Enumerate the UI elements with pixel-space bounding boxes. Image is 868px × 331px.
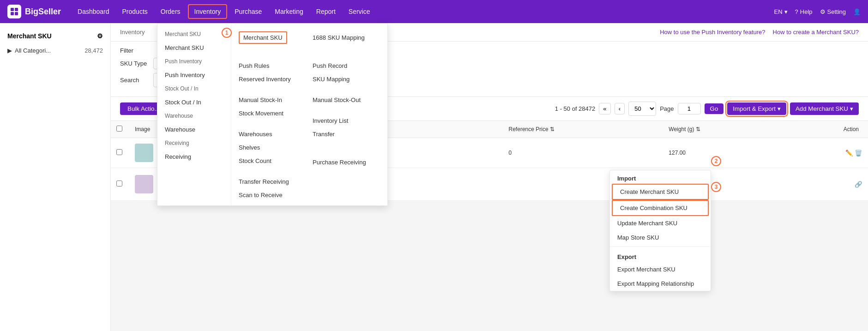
stock-out-in-section-label: Stock Out / In bbox=[157, 82, 231, 96]
stock-count-item[interactable]: Stock Count bbox=[239, 154, 298, 168]
purchase-receiving-item[interactable]: Purchase Receiving bbox=[313, 156, 372, 169]
gear-icon[interactable]: ⚙ bbox=[97, 32, 103, 40]
nav-service[interactable]: Service bbox=[343, 5, 376, 18]
manual-stock-in-item[interactable]: Manual Stock-In bbox=[239, 93, 298, 107]
svg-rect-3 bbox=[15, 12, 18, 15]
toolbar-right: 1 - 50 of 28472 « ‹ 50 Page Go Import & … bbox=[555, 102, 859, 116]
dropdown-receiving[interactable]: Receiving bbox=[157, 150, 231, 163]
nav-report[interactable]: Report bbox=[311, 5, 341, 18]
nav-inventory[interactable]: Inventory bbox=[188, 4, 228, 19]
first-page-button[interactable]: « bbox=[599, 103, 610, 114]
page-input[interactable] bbox=[678, 103, 701, 114]
dropdown-stock-out-in[interactable]: Stock Out / In bbox=[157, 96, 231, 109]
sort-icon[interactable]: ⇅ bbox=[550, 126, 555, 132]
dropdown-warehouse[interactable]: Warehouse bbox=[157, 123, 231, 136]
dropdown-push-inventory[interactable]: Push Inventory bbox=[157, 68, 231, 82]
delete-button[interactable]: 🗑️ bbox=[855, 150, 862, 156]
user-avatar[interactable]: 👤 bbox=[853, 8, 861, 15]
sort-icon-2[interactable]: ⇅ bbox=[696, 126, 700, 132]
receiving-section-label: Receiving bbox=[157, 136, 231, 150]
go-button[interactable]: Go bbox=[705, 103, 724, 114]
sku-mapping-item[interactable]: SKU Mapping bbox=[313, 72, 372, 86]
chevron-down-icon: ▾ bbox=[778, 105, 781, 112]
row-checkbox-2[interactable] bbox=[116, 181, 122, 187]
sku-type-label: SKU Type bbox=[120, 60, 148, 67]
import-export-button[interactable]: Import & Export ▾ bbox=[727, 102, 786, 115]
export-mapping-relationship-item[interactable]: Export Mapping Relationship bbox=[610, 277, 711, 291]
add-merchant-sku-button[interactable]: Add Merchant SKU ▾ bbox=[790, 102, 859, 115]
col-checkbox bbox=[111, 121, 129, 138]
person-icon: 👤 bbox=[853, 8, 861, 15]
row-checkbox[interactable] bbox=[116, 149, 122, 155]
dropdown-merchant-sku[interactable]: Merchant SKU bbox=[157, 41, 231, 54]
link-button[interactable]: 🔗 bbox=[855, 181, 862, 188]
shelves-item[interactable]: Shelves bbox=[239, 141, 298, 154]
nav-items: Dashboard Products Orders Inventory Purc… bbox=[72, 4, 774, 19]
col-weight: Weight (g) ⇅ bbox=[663, 121, 783, 138]
brand-name: BigSeller bbox=[25, 7, 61, 17]
manual-stock-out-item[interactable]: Manual Stock-Out bbox=[313, 93, 372, 107]
dropdown-right-content: Merchant SKU Push Rules Reserved Invento… bbox=[231, 24, 379, 205]
create-combination-sku-item[interactable]: Create Combination SKU bbox=[612, 200, 709, 216]
annotation-badge-1: 1 bbox=[222, 28, 232, 38]
export-section-label: Export bbox=[610, 249, 711, 262]
row-action-cell: ✏️ 🗑️ bbox=[783, 138, 868, 168]
sku-mapping-1688-item[interactable]: 1688 SKU Mapping bbox=[313, 31, 372, 44]
arrow-right-icon: ▶ bbox=[7, 47, 12, 54]
inventory-dropdown: Merchant SKU Merchant SKU Push Inventory… bbox=[157, 23, 388, 206]
sidebar-category-all[interactable]: ▶ All Categori... 28,472 bbox=[0, 43, 110, 58]
push-inventory-section-label: Push Inventory bbox=[157, 54, 231, 68]
import-section-label: Import bbox=[610, 170, 711, 184]
nav-products[interactable]: Products bbox=[117, 5, 153, 18]
sidebar: Merchant SKU ⚙ ▶ All Categori... 28,472 bbox=[0, 23, 111, 331]
export-merchant-sku-item[interactable]: Export Merchant SKU bbox=[610, 262, 711, 277]
merchant-sku-highlighted-item[interactable]: Merchant SKU bbox=[239, 31, 298, 44]
reserved-inventory-item[interactable]: Reserved Inventory bbox=[239, 72, 298, 86]
row-price-cell: 0 bbox=[503, 138, 663, 168]
stock-movement-item[interactable]: Stock Movement bbox=[239, 107, 298, 120]
setting-label: Setting bbox=[827, 8, 846, 15]
search-label: Search bbox=[120, 77, 148, 84]
svg-rect-1 bbox=[15, 8, 18, 11]
per-page-select[interactable]: 50 bbox=[628, 102, 656, 116]
language-selector[interactable]: EN ▾ bbox=[774, 8, 787, 15]
create-merchant-sku-import-item[interactable]: Create Merchant SKU bbox=[612, 184, 709, 200]
category-name: All Categori... bbox=[15, 47, 51, 54]
chevron-down-icon: ▾ bbox=[850, 105, 853, 112]
bulk-action-label: Bulk Actio... bbox=[127, 105, 160, 112]
logo[interactable]: BigSeller bbox=[7, 5, 61, 18]
setting-button[interactable]: ⚙ Setting bbox=[820, 8, 846, 15]
dropdown-col-1: Merchant SKU Push Rules Reserved Invento… bbox=[231, 24, 305, 205]
create-merchant-sku-help-link[interactable]: How to create a Merchant SKU? bbox=[773, 29, 859, 36]
push-inventory-help-link[interactable]: How to use the Push Inventory feature? bbox=[660, 29, 765, 36]
edit-button[interactable]: ✏️ bbox=[845, 150, 853, 156]
help-button[interactable]: ? Help bbox=[795, 8, 813, 15]
update-merchant-sku-item[interactable]: Update Merchant SKU bbox=[610, 216, 711, 230]
nav-marketing[interactable]: Marketing bbox=[269, 5, 308, 18]
push-rules-item[interactable]: Push Rules bbox=[239, 59, 298, 72]
main-layout: Merchant SKU ⚙ ▶ All Categori... 28,472 … bbox=[0, 23, 868, 331]
map-store-sku-item[interactable]: Map Store SKU bbox=[610, 230, 711, 245]
inventory-list-item[interactable]: Inventory List bbox=[313, 114, 372, 127]
help-label: Help bbox=[800, 8, 813, 15]
select-all-checkbox[interactable] bbox=[116, 126, 122, 132]
add-merchant-sku-label: Add Merchant SKU bbox=[796, 105, 848, 112]
filter-label: Filter bbox=[120, 47, 148, 54]
nav-dashboard[interactable]: Dashboard bbox=[72, 5, 115, 18]
chevron-down-icon: ▾ bbox=[784, 8, 788, 15]
row-weight-cell: 127.00 bbox=[663, 138, 783, 168]
price-value: 0 bbox=[509, 150, 512, 156]
row-checkbox-cell bbox=[111, 138, 129, 168]
nav-purchase[interactable]: Purchase bbox=[229, 5, 267, 18]
scan-to-receive-item[interactable]: Scan to Receive bbox=[239, 188, 298, 202]
transfer-receiving-item[interactable]: Transfer Receiving bbox=[239, 175, 298, 188]
push-record-item[interactable]: Push Record bbox=[313, 59, 372, 72]
product-image-2 bbox=[135, 175, 153, 193]
warehouses-item[interactable]: Warehouses bbox=[239, 127, 298, 141]
svg-rect-0 bbox=[11, 8, 14, 11]
merchant-sku-section-label: Merchant SKU bbox=[157, 27, 231, 41]
nav-orders[interactable]: Orders bbox=[155, 5, 186, 18]
prev-page-button[interactable]: ‹ bbox=[615, 103, 625, 114]
transfer-item[interactable]: Transfer bbox=[313, 127, 372, 141]
row-action-cell-2: 🔗 bbox=[783, 168, 868, 201]
